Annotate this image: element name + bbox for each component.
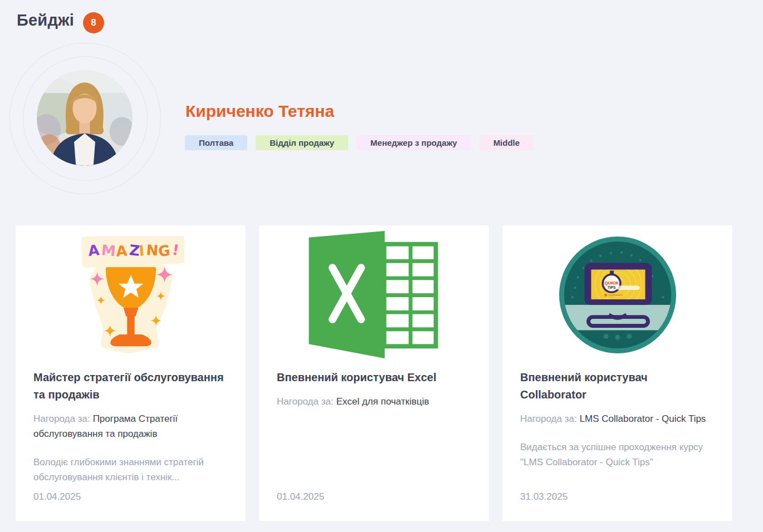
- sticker-letter: A: [87, 242, 100, 259]
- award-label: Нагорода за:: [277, 396, 334, 407]
- badge-card[interactable]: QUICK TIPS Collaborator Впевнений корист…: [502, 225, 732, 521]
- award-label: Нагорода за:: [520, 413, 577, 424]
- badge-date: 01.04.2025: [33, 491, 228, 503]
- tag-position: Менеджер з продажу: [356, 135, 471, 150]
- sticker-letter: G: [157, 242, 170, 260]
- badge-award: Нагорода за:Excel для початківців: [277, 394, 471, 409]
- collaborator-brand-text: Collaborator: [608, 294, 623, 297]
- collaborator-laptop-icon: QUICK TIPS Collaborator: [502, 225, 732, 364]
- badges-page: Бейджі 8 Кириченко Тетяна: [0, 0, 763, 532]
- sticker-letter: A: [115, 243, 128, 260]
- badge-title: Впевнений користувач Collaborator: [520, 369, 715, 403]
- quick-tips-screen-text-line2: TIPS: [607, 285, 615, 289]
- profile-name-link[interactable]: Кириченко Тетяна: [185, 102, 334, 121]
- badge-count: 8: [83, 12, 104, 33]
- badge-date: 01.04.2025: [277, 491, 471, 503]
- badge-award: Нагорода за:LMS Collaborator - Quick Tip…: [520, 411, 715, 426]
- sticker-text: A M A Z I N G !: [87, 241, 180, 259]
- badge-cards: A M A Z I N G ! Майстер стратегії обслуг…: [16, 225, 732, 521]
- excel-logo-icon: [259, 225, 489, 364]
- badge-description: Володіє глибокими знаннями стратегій обс…: [33, 455, 228, 485]
- award-label: Нагорода за:: [33, 413, 90, 424]
- badge-description: Видається за успішне проходження курсу "…: [520, 440, 715, 470]
- page-header: Бейджі 8: [17, 11, 104, 33]
- tag-level: Middle: [480, 135, 534, 150]
- tag-city: Полтава: [185, 135, 247, 150]
- badge-title: Впевнений користувач Excel: [277, 369, 471, 386]
- award-value: LMS Collaborator - Quick Tips: [580, 413, 706, 424]
- page-title: Бейджі: [17, 11, 74, 29]
- trophy-sticker-icon: A M A Z I N G !: [16, 225, 246, 364]
- sticker-letter: I: [138, 242, 145, 259]
- tag-department: Відділ продажу: [256, 135, 348, 150]
- quick-tips-screen-text-line1: QUICK: [604, 280, 619, 285]
- avatar-photo: [37, 70, 133, 166]
- sticker-letter: N: [145, 242, 159, 259]
- badge-date: 31.03.2025: [520, 491, 715, 503]
- badge-award: Нагорода за:Програма Стратегії обслугову…: [33, 411, 228, 441]
- badge-card[interactable]: A M A Z I N G ! Майстер стратегії обслуг…: [16, 225, 246, 521]
- profile-tags: Полтава Відділ продажу Менеджер з продаж…: [185, 135, 534, 150]
- avatar: [37, 70, 133, 166]
- sticker-letter: M: [100, 242, 116, 259]
- badge-title: Майстер стратегії обслуговування та прод…: [33, 369, 228, 403]
- award-value: Excel для початківців: [336, 396, 429, 407]
- badge-card[interactable]: Впевнений користувач Excel Нагорода за:E…: [259, 225, 489, 521]
